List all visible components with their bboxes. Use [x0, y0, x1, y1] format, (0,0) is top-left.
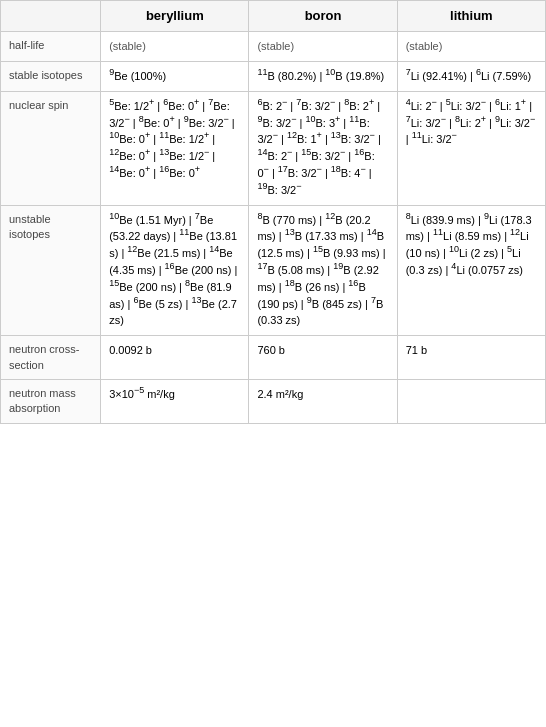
cell-li-neutron-mass-absorption — [397, 379, 545, 423]
col-header-lithium: lithium — [397, 1, 545, 32]
cell-b-unstable-isotopes: 8B (770 ms) | 12B (20.2 ms) | 13B (17.33… — [249, 205, 397, 336]
cell-be-nuclear-spin: 5Be: 1/2+ | 6Be: 0+ | 7Be: 3/2− | 8Be: 0… — [101, 91, 249, 205]
row-half-life: half-life (stable) (stable) (stable) — [1, 32, 546, 62]
cell-li-neutron-cross-section: 71 b — [397, 336, 545, 380]
cell-be-half-life: (stable) — [101, 32, 249, 62]
cell-be-neutron-mass-absorption: 3×10−5 m²/kg — [101, 379, 249, 423]
row-unstable-isotopes: unstable isotopes 10Be (1.51 Myr) | 7Be … — [1, 205, 546, 336]
cell-li-stable-isotopes: 7Li (92.41%) | 6Li (7.59%) — [397, 61, 545, 91]
cell-li-unstable-isotopes: 8Li (839.9 ms) | 9Li (178.3 ms) | 11Li (… — [397, 205, 545, 336]
col-header-beryllium: beryllium — [101, 1, 249, 32]
row-nuclear-spin: nuclear spin 5Be: 1/2+ | 6Be: 0+ | 7Be: … — [1, 91, 546, 205]
row-label-unstable-isotopes: unstable isotopes — [1, 205, 101, 336]
cell-be-neutron-cross-section: 0.0092 b — [101, 336, 249, 380]
row-neutron-cross-section: neutron cross-section 0.0092 b 760 b 71 … — [1, 336, 546, 380]
row-label-neutron-cross-section: neutron cross-section — [1, 336, 101, 380]
cell-b-neutron-mass-absorption: 2.4 m²/kg — [249, 379, 397, 423]
col-header-empty — [1, 1, 101, 32]
row-label-nuclear-spin: nuclear spin — [1, 91, 101, 205]
row-neutron-mass-absorption: neutron mass absorption 3×10−5 m²/kg 2.4… — [1, 379, 546, 423]
cell-li-nuclear-spin: 4Li: 2− | 5Li: 3/2− | 6Li: 1+ | 7Li: 3/2… — [397, 91, 545, 205]
row-label-half-life: half-life — [1, 32, 101, 62]
cell-be-unstable-isotopes: 10Be (1.51 Myr) | 7Be (53.22 days) | 11B… — [101, 205, 249, 336]
cell-li-half-life: (stable) — [397, 32, 545, 62]
row-label-neutron-mass-absorption: neutron mass absorption — [1, 379, 101, 423]
cell-b-stable-isotopes: 11B (80.2%) | 10B (19.8%) — [249, 61, 397, 91]
col-header-boron: boron — [249, 1, 397, 32]
row-stable-isotopes: stable isotopes 9Be (100%) 11B (80.2%) |… — [1, 61, 546, 91]
row-label-stable-isotopes: stable isotopes — [1, 61, 101, 91]
cell-be-stable-isotopes: 9Be (100%) — [101, 61, 249, 91]
cell-b-nuclear-spin: 6B: 2− | 7B: 3/2− | 8B: 2+ | 9B: 3/2− | … — [249, 91, 397, 205]
cell-b-neutron-cross-section: 760 b — [249, 336, 397, 380]
cell-b-half-life: (stable) — [249, 32, 397, 62]
